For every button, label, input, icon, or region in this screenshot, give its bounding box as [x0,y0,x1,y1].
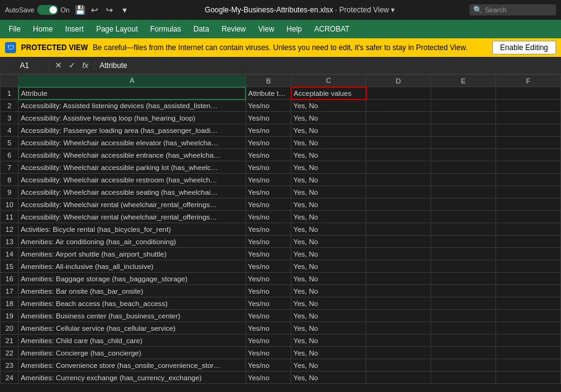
cell-a[interactable]: Accessibility: Wheelchair accessible res… [19,174,246,186]
cell-d[interactable] [366,322,431,334]
cell-a[interactable]: Attribute [19,87,246,100]
cell-a[interactable]: Accessibility: Wheelchair accessible ent… [19,149,246,161]
cell-b[interactable]: Yes/no [246,100,291,112]
col-header-f[interactable]: F [495,75,560,87]
cell-c[interactable]: Yes, No [291,223,366,236]
cell-c[interactable]: Yes, No [291,322,366,334]
cell-d[interactable] [366,186,431,198]
cell-e[interactable] [431,112,496,124]
menu-help[interactable]: Help [280,22,308,36]
cell-d[interactable] [366,124,431,137]
cell-e[interactable] [431,359,496,372]
col-header-c[interactable]: C [291,75,366,87]
cell-b[interactable]: Yes/no [246,211,291,223]
cell-d[interactable] [366,236,431,248]
cell-f[interactable] [495,149,560,161]
cell-d[interactable] [366,149,431,161]
cell-f[interactable] [495,124,560,137]
cell-f[interactable] [495,260,560,273]
cell-c[interactable]: Yes, No [291,359,366,372]
cell-a[interactable]: Amenities: Air conditioning (has_air_con… [19,236,246,248]
cell-b[interactable]: Yes/no [246,236,291,248]
cell-e[interactable] [431,310,496,322]
autosave-toggle[interactable] [37,5,58,15]
cell-f[interactable] [495,322,560,334]
cell-a[interactable]: Amenities: Airport shuttle (has_airport_… [19,248,246,260]
cell-d[interactable] [366,297,431,310]
cell-b[interactable]: Yes/no [246,137,291,149]
cell-b[interactable]: Yes/no [246,161,291,174]
cell-d[interactable] [366,198,431,211]
cell-a[interactable]: Amenities: All-inclusive (has_all_inclus… [19,260,246,273]
cell-a[interactable]: Accessibility: Wheelchair rental (wheelc… [19,211,246,223]
menu-page-layout[interactable]: Page Layout [90,22,143,36]
cell-c[interactable]: Yes, No [291,137,366,149]
cell-d[interactable] [366,359,431,372]
search-input[interactable] [485,6,552,14]
cell-e[interactable] [431,149,496,161]
menu-data[interactable]: Data [187,22,215,36]
cell-d[interactable] [366,137,431,149]
cell-e[interactable] [431,223,496,236]
cell-e[interactable] [431,124,496,137]
cell-a[interactable]: Amenities: Currency exchange (has_curren… [19,372,246,384]
cell-b[interactable]: Yes/no [246,248,291,260]
cell-b[interactable]: Yes/no [246,359,291,372]
search-box[interactable]: 🔍 [469,4,556,15]
cell-a[interactable]: Accessibility: Assisted listening device… [19,100,246,112]
cell-a[interactable]: Amenities: Bar onsite (has_bar_onsite) [19,285,246,297]
menu-formulas[interactable]: Formulas [144,22,187,36]
cell-f[interactable] [495,273,560,285]
col-header-b[interactable]: B [246,75,291,87]
menu-acrobat[interactable]: ACROBAT [308,22,356,36]
cell-d[interactable] [366,347,431,359]
cell-c[interactable]: Yes, No [291,260,366,273]
cell-d[interactable] [366,100,431,112]
cell-b[interactable]: Yes/no [246,223,291,236]
menu-file[interactable]: File [2,22,27,36]
cell-d[interactable] [366,285,431,297]
cell-b[interactable]: Yes/no [246,322,291,334]
cancel-formula-icon[interactable]: ✕ [53,61,63,70]
cell-e[interactable] [431,174,496,186]
cell-e[interactable] [431,347,496,359]
cell-c[interactable]: Yes, No [291,112,366,124]
col-header-a[interactable]: A [19,75,246,87]
cell-c[interactable]: Yes, No [291,236,366,248]
enable-editing-button[interactable]: Enable Editing [492,41,556,54]
title-dropdown-icon[interactable]: ▾ [391,6,395,14]
cell-c[interactable]: Yes, No [291,334,366,347]
cell-b[interactable]: Yes/no [246,112,291,124]
cell-e[interactable] [431,322,496,334]
cell-b[interactable]: Yes/no [246,310,291,322]
cell-e[interactable] [431,236,496,248]
cell-f[interactable] [495,236,560,248]
cell-f[interactable] [495,174,560,186]
cell-f[interactable] [495,359,560,372]
cell-a[interactable]: Amenities: Business center (has_business… [19,310,246,322]
cell-e[interactable] [431,186,496,198]
cell-a[interactable]: Accessibility: Wheelchair accessible par… [19,161,246,174]
cell-f[interactable] [495,161,560,174]
cell-d[interactable] [366,372,431,384]
cell-d[interactable] [366,273,431,285]
cell-b[interactable]: Yes/no [246,347,291,359]
cell-f[interactable] [495,198,560,211]
cell-e[interactable] [431,273,496,285]
confirm-formula-icon[interactable]: ✓ [67,61,77,70]
cell-c[interactable]: Yes, No [291,248,366,260]
undo-icon[interactable]: ↩ [89,4,100,15]
cell-f[interactable] [495,223,560,236]
cell-c[interactable]: Yes, No [291,285,366,297]
cell-a[interactable]: Accessibility: Wheelchair accessible ele… [19,137,246,149]
cell-e[interactable] [431,161,496,174]
cell-e[interactable] [431,297,496,310]
cell-f[interactable] [495,285,560,297]
cell-a[interactable]: Accessibility: Wheelchair accessible sea… [19,186,246,198]
cell-b[interactable]: Yes/no [246,334,291,347]
save-icon[interactable]: 💾 [74,4,85,15]
cell-f[interactable] [495,186,560,198]
cell-e[interactable] [431,100,496,112]
cell-a[interactable]: Amenities: Cellular service (has_cellula… [19,322,246,334]
menu-review[interactable]: Review [215,22,252,36]
